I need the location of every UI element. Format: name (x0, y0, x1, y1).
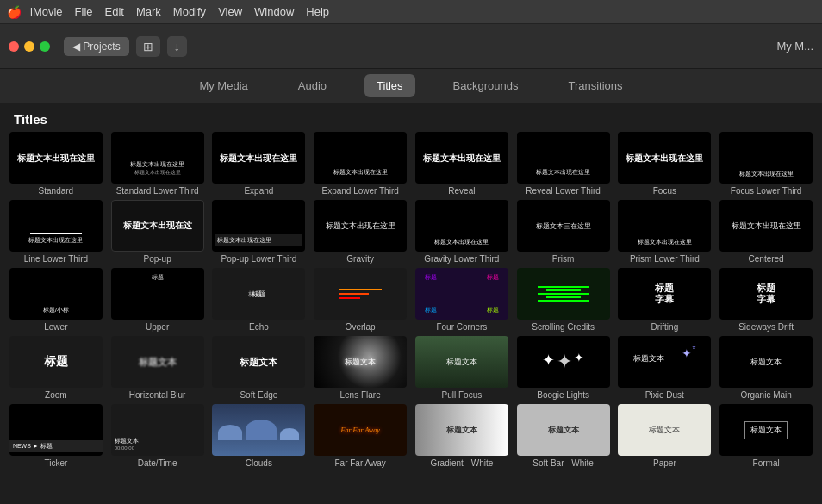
thumb-drifting: 标题字幕 (618, 268, 711, 320)
thumb-organic-main: 标题文本 (719, 336, 813, 388)
thumb-focus: 标题文本出现在这里 (618, 132, 711, 184)
list-item[interactable]: 标题文本出现在这里 Expand (210, 132, 308, 196)
thumb-gravity-lower-third: 标题文本出现在这里 (415, 200, 508, 252)
item-label: Ticker (42, 458, 69, 469)
item-label: Centered (747, 254, 786, 264)
thumb-gravity: 标题文本出现在这里 (314, 200, 407, 252)
list-item[interactable]: 标题 Zoom (7, 336, 105, 401)
list-item[interactable]: 标题文本 Horizontal Blur (109, 336, 207, 401)
thumb-pull-focus: 标题文本 (415, 336, 508, 388)
tab-titles[interactable]: Titles (364, 74, 415, 97)
item-label: Date/Time (136, 458, 179, 469)
layout-icon[interactable]: ⊞ (136, 36, 160, 57)
menu-imovie[interactable]: iMovie (30, 5, 63, 18)
list-item[interactable]: 标题文本 Organic Main (717, 336, 815, 401)
list-item[interactable]: 标题文本出现在这里 Reveal (413, 132, 511, 196)
list-item[interactable]: Far Far Away Far Far Away (311, 404, 409, 469)
projects-button[interactable]: ◀ Projects (64, 37, 129, 56)
titles-grid-inner: 标题文本出现在这里 Standard 标题文本出现在这里 标题文本出现在这里 S… (7, 132, 815, 469)
menu-bar: iMovie File Edit Mark Modify View Window… (30, 5, 329, 18)
item-label: Focus (651, 186, 678, 196)
list-item[interactable]: 标题 标题 标题 标题 Four Corners (413, 268, 511, 333)
list-item[interactable]: 标题文本出现在这 Pop-up (109, 200, 207, 264)
list-item[interactable]: 标题字幕 Sideways Drift (717, 268, 815, 333)
thumb-horizontal-blur: 标题文本 (111, 336, 204, 388)
menu-window[interactable]: Window (254, 5, 294, 18)
thumb-lower: 标题/小标 (9, 268, 103, 320)
tab-audio[interactable]: Audio (286, 74, 339, 97)
list-item[interactable]: Clouds (210, 404, 308, 469)
list-item[interactable]: NEWS ► 标题 Ticker (7, 404, 105, 469)
list-item[interactable]: 标题 标题 Echo (210, 268, 308, 333)
item-label: Zoom (43, 390, 69, 401)
list-item[interactable]: 标题文本出现在这里 Expand Lower Third (311, 132, 409, 196)
thumb-formal: 标题文本 (719, 404, 813, 456)
list-item[interactable]: 标题文本出现在这里 Pop-up Lower Third (210, 200, 308, 264)
list-item[interactable]: 标题文本出现在这里 Standard (7, 132, 105, 196)
item-label: Expand Lower Third (320, 186, 400, 196)
list-item[interactable]: 标题文本三在这里 Prism (514, 200, 613, 264)
thumb-popup: 标题文本出现在这 (111, 200, 204, 252)
list-item[interactable]: 标题文本 Soft Edge (210, 336, 308, 401)
list-item[interactable]: 标题文本出现在这里 Gravity (311, 200, 409, 264)
list-item[interactable]: 标题文本 Paper (616, 404, 714, 469)
list-item[interactable]: 标题文本 Formal (717, 404, 815, 469)
thumb-expand-lower-third: 标题文本出现在这里 (314, 132, 407, 184)
list-item[interactable]: Scrolling Credits (514, 268, 613, 333)
item-label: Echo (247, 322, 271, 333)
item-label: Reveal (446, 186, 476, 196)
list-item[interactable]: 标题文本出现在这里 标题文本出现在这里 Standard Lower Third (109, 132, 207, 196)
thumb-line-lower-third: 标题文本出现在这里 (9, 200, 103, 252)
list-item[interactable]: 标题 Upper (109, 268, 207, 333)
thumb-clouds (212, 404, 305, 456)
list-item[interactable]: 标题文本 ✦ · * Pixie Dust (616, 336, 714, 401)
menu-file[interactable]: File (75, 5, 93, 18)
traffic-lights (9, 41, 50, 52)
list-item[interactable]: ✦ ✦ ✦ Boogie Lights (514, 336, 613, 401)
list-item[interactable]: 标题/小标 Lower (7, 268, 105, 333)
thumb-reveal: 标题文本出现在这里 (415, 132, 508, 184)
item-label: Paper (651, 458, 678, 469)
menu-help[interactable]: Help (306, 5, 329, 18)
item-label: Formal (751, 458, 782, 469)
item-label: Horizontal Blur (128, 390, 188, 401)
item-label: Lens Flare (339, 390, 383, 401)
item-label: Far Far Away (333, 458, 387, 469)
list-item[interactable]: 标题文本出现在这里 Focus Lower Third (717, 132, 815, 196)
list-item[interactable]: Overlap (311, 268, 409, 333)
tab-transitions[interactable]: Transitions (556, 74, 634, 97)
item-label: Line Lower Third (22, 254, 90, 264)
thumb-soft-edge: 标题文本 (212, 336, 305, 388)
tab-my-media[interactable]: My Media (187, 74, 259, 97)
menu-mark[interactable]: Mark (136, 5, 161, 18)
item-label: Pixie Dust (644, 390, 686, 401)
item-label: Pull Focus (440, 390, 484, 401)
menu-modify[interactable]: Modify (173, 5, 206, 18)
item-label: Reveal Lower Third (524, 186, 602, 196)
menu-edit[interactable]: Edit (105, 5, 124, 18)
list-item[interactable]: 标题文本出现在这里 Prism Lower Third (616, 200, 714, 264)
list-item[interactable]: 标题文本出现在这里 Focus (616, 132, 714, 196)
list-item[interactable]: 标题文本出现在这里 Line Lower Third (7, 200, 105, 264)
item-label: Prism (551, 254, 576, 264)
tab-backgrounds[interactable]: Backgrounds (441, 74, 531, 97)
download-icon[interactable]: ↓ (167, 36, 187, 57)
item-label: Overlap (344, 322, 377, 333)
list-item[interactable]: 标题字幕 Drifting (616, 268, 714, 333)
title-bar: 🍎 iMovie File Edit Mark Modify View Wind… (0, 0, 822, 24)
fullscreen-button[interactable] (40, 41, 50, 52)
list-item[interactable]: 标题文本 Gradient - White (413, 404, 511, 469)
thumb-pixie-dust: 标题文本 ✦ · * (618, 336, 711, 388)
minimize-button[interactable] (24, 41, 34, 52)
list-item[interactable]: 标题文本 Soft Bar - White (514, 404, 613, 469)
list-item[interactable]: 标题文本出现在这里 Gravity Lower Third (413, 200, 511, 264)
menu-view[interactable]: View (218, 5, 242, 18)
list-item[interactable]: 标题文本出现在这里 Centered (717, 200, 815, 264)
item-label: Scrolling Credits (530, 322, 596, 333)
list-item[interactable]: 标题文本 00:00:00 Date/Time (109, 404, 207, 469)
list-item[interactable]: 标题文本出现在这里 Reveal Lower Third (514, 132, 613, 196)
list-item[interactable]: 标题文本 Pull Focus (413, 336, 511, 401)
close-button[interactable] (9, 41, 19, 52)
list-item[interactable]: 标题文本 Lens Flare (311, 336, 409, 401)
item-label: Organic Main (738, 390, 793, 401)
